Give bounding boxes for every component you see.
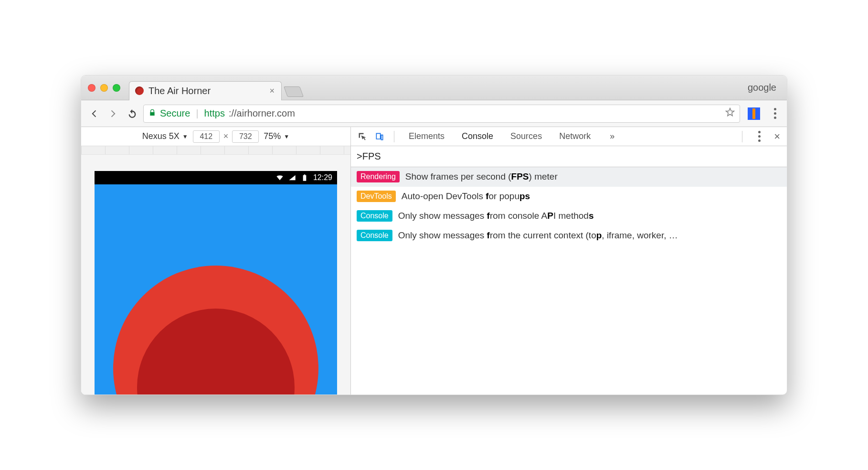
tabbar-separator (394, 131, 394, 142)
url-scheme: https (204, 108, 225, 119)
tab-sources[interactable]: Sources (503, 131, 550, 141)
tabs-overflow-button[interactable]: » (602, 131, 622, 141)
tabbar-separator (742, 131, 742, 142)
bookmark-star-icon[interactable] (725, 107, 735, 119)
command-category-badge: DevTools (357, 191, 396, 202)
back-button[interactable] (86, 106, 102, 122)
browser-toolbar: Secure | https://airhorner.com (81, 100, 787, 127)
devtools-pane: Elements Console Sources Network » × >FP… (351, 127, 787, 395)
command-category-badge: Console (357, 210, 392, 222)
browser-tab[interactable]: The Air Horner × (129, 81, 282, 100)
device-mode-pane: Nexus 5X ▼ × 75% ▼ (81, 127, 351, 395)
wifi-icon (276, 174, 284, 182)
content-area: Nexus 5X ▼ × 75% ▼ (81, 127, 787, 395)
command-menu-item[interactable]: DevToolsAuto-open DevTools for popups (351, 187, 787, 206)
command-input-value: >FPS (357, 151, 381, 162)
emulated-screen[interactable]: 12:29 (95, 171, 337, 395)
reload-button[interactable] (124, 106, 140, 122)
omnibox-separator: | (196, 108, 198, 119)
android-status-bar: 12:29 (95, 171, 337, 184)
window-controls (88, 84, 120, 92)
minimize-window-button[interactable] (100, 84, 108, 92)
forward-button[interactable] (105, 106, 121, 122)
zoom-label: 75% (264, 131, 281, 141)
battery-icon (301, 174, 308, 182)
command-menu-input[interactable]: >FPS (351, 146, 787, 167)
inspect-element-button[interactable] (355, 132, 370, 141)
signal-icon (288, 174, 296, 182)
tab-elements[interactable]: Elements (401, 131, 452, 141)
devtools-close-button[interactable]: × (771, 130, 783, 143)
maximize-window-button[interactable] (113, 84, 120, 92)
profile-label[interactable]: google (748, 82, 780, 93)
device-height-input[interactable] (232, 130, 259, 143)
lock-icon (148, 108, 156, 119)
device-viewport: 12:29 (81, 155, 350, 395)
toggle-device-toolbar-button[interactable] (372, 132, 387, 141)
url-host: ://airhorner.com (229, 108, 295, 119)
address-bar[interactable]: Secure | https://airhorner.com (143, 105, 740, 123)
command-menu-item[interactable]: RenderingShow frames per second (FPS) me… (351, 167, 787, 187)
command-menu-results: RenderingShow frames per second (FPS) me… (351, 167, 787, 246)
command-menu-item[interactable]: ConsoleOnly show messages from console A… (351, 206, 787, 226)
tab-close-icon[interactable]: × (269, 86, 275, 96)
device-toolbar: Nexus 5X ▼ × 75% ▼ (81, 127, 350, 146)
command-category-badge: Rendering (357, 171, 400, 182)
chrome-menu-button[interactable] (768, 108, 782, 119)
zoom-selector[interactable]: 75% ▼ (264, 131, 289, 141)
tab-console[interactable]: Console (454, 131, 501, 141)
chevron-down-icon: ▼ (182, 133, 188, 140)
device-dimensions: × (193, 130, 259, 143)
new-tab-button[interactable] (284, 86, 304, 97)
tab-network[interactable]: Network (551, 131, 598, 141)
device-selector[interactable]: Nexus 5X ▼ (142, 131, 188, 141)
command-category-badge: Console (357, 230, 392, 241)
device-width-input[interactable] (193, 130, 220, 143)
window-titlebar: The Air Horner × google (81, 75, 787, 100)
devtools-menu-button[interactable] (752, 131, 766, 142)
browser-window: The Air Horner × google Secure | https:/… (81, 75, 787, 395)
dimensions-x: × (223, 131, 229, 141)
device-name-label: Nexus 5X (142, 131, 180, 141)
command-label: Only show messages from the current cont… (398, 230, 678, 241)
chevron-down-icon: ▼ (284, 133, 289, 140)
tab-title: The Air Horner (148, 85, 265, 96)
command-label: Only show messages from console API meth… (398, 211, 594, 221)
command-label: Show frames per second (FPS) meter (405, 171, 558, 182)
devtools-tabbar: Elements Console Sources Network » × (351, 127, 787, 146)
command-menu-item[interactable]: ConsoleOnly show messages from the curre… (351, 226, 787, 246)
close-window-button[interactable] (88, 84, 95, 92)
command-label: Auto-open DevTools for popups (402, 191, 530, 202)
status-time: 12:29 (313, 173, 332, 182)
extension-icon[interactable] (748, 107, 760, 120)
ruler (81, 146, 350, 155)
tab-favicon (135, 86, 144, 95)
secure-label: Secure (160, 108, 190, 119)
